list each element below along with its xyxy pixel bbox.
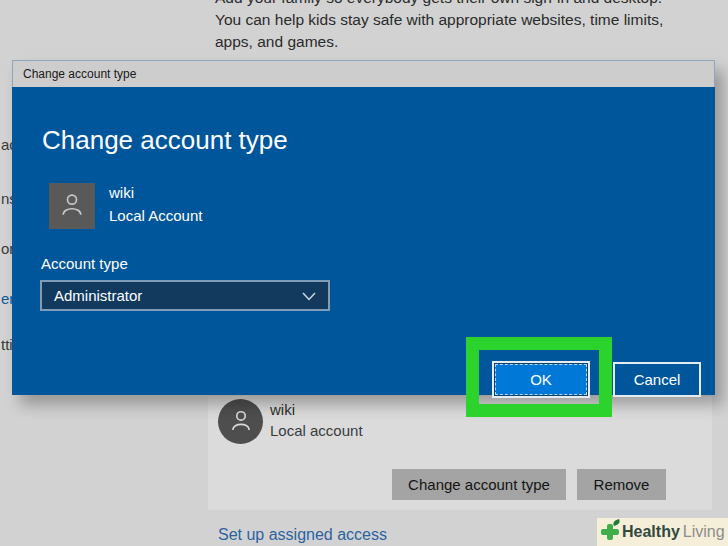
account-type-label: Account type [41, 255, 128, 272]
intro-line: Add your family so everybody gets their … [215, 0, 720, 9]
remove-button[interactable]: Remove [577, 469, 666, 500]
screen: Add your family so everybody gets their … [0, 0, 728, 546]
dialog-user-name: wiki [109, 184, 134, 201]
set-up-assigned-access-link[interactable]: Set up assigned access [218, 526, 387, 544]
intro-line: apps, and games. [215, 31, 720, 53]
change-account-type-dialog: Change account type Change account type … [12, 60, 715, 395]
dialog-user-type: Local Account [109, 207, 202, 224]
health-cross-icon [600, 522, 620, 542]
chevron-down-icon [302, 287, 316, 305]
account-type: Local account [270, 422, 363, 439]
dialog-titlebar[interactable]: Change account type [12, 60, 715, 87]
account-name: wiki [270, 401, 295, 418]
person-icon [57, 189, 87, 223]
account-avatar [218, 399, 263, 444]
dialog-user-avatar [49, 183, 95, 229]
ok-button[interactable]: OK [492, 361, 590, 398]
healthy-living-watermark: Healthy Living [597, 518, 728, 546]
change-account-type-button[interactable]: Change account type [392, 469, 566, 500]
dialog-body: Change account type wiki Local Account A… [12, 87, 715, 395]
account-type-selected-value: Administrator [54, 287, 142, 304]
account-type-dropdown[interactable]: Administrator [40, 280, 330, 311]
family-intro-text: Add your family so everybody gets their … [215, 0, 720, 53]
ok-button-label: OK [495, 364, 587, 395]
intro-line: You can help kids stay safe with appropr… [215, 9, 720, 31]
cancel-button[interactable]: Cancel [613, 362, 701, 397]
dialog-heading: Change account type [42, 125, 288, 156]
watermark-light-text: Living [683, 523, 725, 541]
watermark-bold-text: Healthy [622, 523, 680, 541]
account-row-panel[interactable]: wiki Local account Change account type R… [208, 396, 712, 510]
person-icon [227, 406, 255, 438]
